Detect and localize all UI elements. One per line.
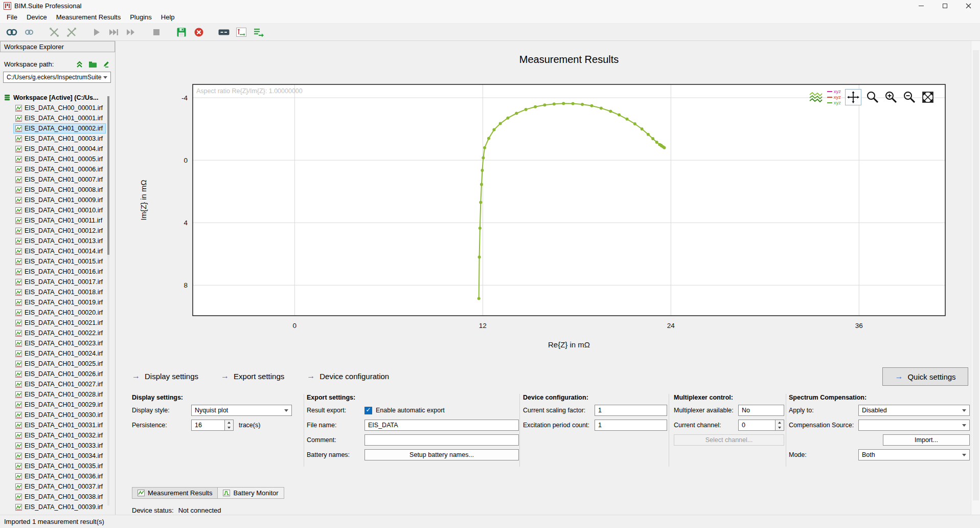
tree-item-result-file[interactable]: EIS_DATA_CH01_00010.irf xyxy=(13,205,106,215)
tree-item-result-file[interactable]: EIS_DATA_CH01_00030.irf xyxy=(13,410,106,420)
tree-item-result-file[interactable]: EIS_DATA_CH01_00017.irf xyxy=(13,277,106,287)
tree-item-result-file[interactable]: EIS_DATA_CH01_00007.irf xyxy=(13,174,106,185)
axis-format-button[interactable] xyxy=(234,25,248,39)
tree-item-result-file[interactable]: EIS_DATA_CH01_00026.irf xyxy=(13,369,106,379)
setup-battery-names-button[interactable]: Setup battery names... xyxy=(364,449,519,460)
sidebar-scrollbar-thumb[interactable] xyxy=(107,96,109,255)
settings-link[interactable]: → Export settings xyxy=(221,371,284,381)
tree-item-result-file[interactable]: EIS_DATA_CH01_00027.irf xyxy=(13,379,106,389)
tree-item-result-file[interactable]: EIS_DATA_CH01_00025.irf xyxy=(13,359,106,369)
main-scrollbar[interactable] xyxy=(971,41,980,515)
tree-item-result-file[interactable]: EIS_DATA_CH01_00035.irf xyxy=(13,461,106,471)
menu-item[interactable]: Device xyxy=(22,12,52,23)
tree-item-result-file[interactable]: EIS_DATA_CH01_00036.irf xyxy=(13,471,106,481)
abort-button[interactable] xyxy=(191,25,206,39)
zoom-window-button[interactable] xyxy=(865,90,880,104)
tree-item-result-file[interactable]: EIS_DATA_CH01_00033.irf xyxy=(13,441,106,451)
select-channel-button[interactable]: Select channel... xyxy=(674,434,784,446)
persistence-stepper[interactable]: 16 xyxy=(191,420,234,431)
tree-item-result-file[interactable]: EIS_DATA_CH01_00015.irf xyxy=(13,256,106,267)
tree-item-result-file[interactable]: EIS_DATA_CH01_00016.irf xyxy=(13,267,106,277)
menu-item[interactable]: Help xyxy=(156,12,179,23)
tree-item-result-file[interactable]: EIS_DATA_CH01_00023.irf xyxy=(13,338,106,348)
zoom-in-button[interactable] xyxy=(884,90,898,104)
workspace-root-node[interactable]: Workspace [Active] (C:/Us... xyxy=(4,92,115,103)
tree-item-result-file[interactable]: EIS_DATA_CH01_00031.irf xyxy=(13,420,106,430)
workspace-path-select[interactable]: C:/Users/g.eckers/InspectrumSuite xyxy=(3,72,111,83)
mode-select[interactable]: Both xyxy=(858,449,970,460)
spin-down-icon[interactable] xyxy=(776,425,784,430)
tree-item-result-file[interactable]: EIS_DATA_CH01_00039.irf xyxy=(13,502,106,512)
workspace-up-icon[interactable] xyxy=(76,60,83,68)
zoom-out-button[interactable] xyxy=(902,90,917,104)
comment-input[interactable] xyxy=(364,434,519,446)
measurement-disconnect-button[interactable] xyxy=(64,25,79,39)
tree-item-result-file[interactable]: EIS_DATA_CH01_00013.irf xyxy=(13,236,106,246)
tree-item-result-file[interactable]: EIS_DATA_CH01_00037.irf xyxy=(13,481,106,492)
traces-icon[interactable] xyxy=(809,91,823,103)
workspace-explorer-header[interactable]: Workspace Explorer xyxy=(0,41,115,52)
settings-link[interactable]: → Display settings xyxy=(132,371,198,381)
tree-item-result-file[interactable]: EIS_DATA_CH01_00020.irf xyxy=(13,307,106,318)
tree-item-result-file[interactable]: EIS_DATA_CH01_00002.irf xyxy=(13,123,106,134)
automatic-export-checkbox[interactable] xyxy=(364,407,372,414)
device-disconnect-button[interactable] xyxy=(47,25,61,39)
skip-to-end-button[interactable] xyxy=(106,25,121,39)
display-panel-button[interactable] xyxy=(216,25,231,39)
tree-item-result-file[interactable]: EIS_DATA_CH01_00012.irf xyxy=(13,226,106,236)
tree-item-result-file[interactable]: EIS_DATA_CH01_00029.irf xyxy=(13,400,106,410)
tree-item-result-file[interactable]: EIS_DATA_CH01_00028.irf xyxy=(13,389,106,400)
tree-item-result-file[interactable]: EIS_DATA_CH01_00024.irf xyxy=(13,348,106,359)
tree-item-result-file[interactable]: EIS_DATA_CH01_00022.irf xyxy=(13,328,106,338)
tree-item-result-file[interactable]: EIS_DATA_CH01_00004.irf xyxy=(13,144,106,154)
menu-item[interactable]: File xyxy=(2,12,22,23)
tree-item-result-file[interactable]: EIS_DATA_CH01_00014.irf xyxy=(13,246,106,256)
nyquist-plot[interactable]: 0122436-4048Aspect ratio Re{Z}/Im{Z}: 1.… xyxy=(126,79,980,358)
apply-to-select[interactable]: Disabled xyxy=(858,405,970,416)
tab-measurement-results[interactable]: Measurement Results xyxy=(132,487,218,499)
file-name-input[interactable]: EIS_DATA xyxy=(364,420,519,431)
tree-item-result-file[interactable]: EIS_DATA_CH01_00019.irf xyxy=(13,297,106,307)
settings-link[interactable]: → Device configuration xyxy=(307,371,389,381)
tree-item-result-file[interactable]: EIS_DATA_CH01_00001.irf xyxy=(13,113,106,123)
sidebar-scrollbar[interactable] xyxy=(107,96,109,505)
minimize-button[interactable] xyxy=(909,0,933,11)
main-scrollbar-thumb[interactable] xyxy=(973,50,979,500)
workspace-edit-icon[interactable] xyxy=(102,60,110,68)
import-button[interactable]: Import... xyxy=(883,434,970,446)
tree-item-result-file[interactable]: EIS_DATA_CH01_00032.irf xyxy=(13,430,106,441)
spin-up-icon[interactable] xyxy=(225,420,233,425)
maximize-button[interactable] xyxy=(933,0,956,11)
device-connect-button[interactable] xyxy=(4,25,19,39)
tree-item-result-file[interactable]: EIS_DATA_CH01_00006.irf xyxy=(13,164,106,174)
tree-item-result-file[interactable]: EIS_DATA_CH01_00011.irf xyxy=(13,215,106,226)
zoom-fit-button[interactable] xyxy=(921,90,935,104)
tree-item-result-file[interactable]: EIS_DATA_CH01_00005.irf xyxy=(13,154,106,164)
workspace-open-folder-icon[interactable] xyxy=(88,61,97,68)
spin-down-icon[interactable] xyxy=(225,425,233,430)
tree-item-result-file[interactable]: EIS_DATA_CH01_00038.irf xyxy=(13,492,106,502)
export-data-button[interactable] xyxy=(251,25,266,39)
tree-item-result-file[interactable]: EIS_DATA_CH00_00001.irf xyxy=(13,103,106,113)
excitation-period-count-input[interactable]: 1 xyxy=(595,420,667,431)
tree-item-result-file[interactable]: EIS_DATA_CH01_00018.irf xyxy=(13,287,106,297)
tree-item-result-file[interactable]: EIS_DATA_CH01_00009.irf xyxy=(13,195,106,205)
device-connect-alt-button[interactable] xyxy=(21,25,36,39)
quick-settings-button[interactable]: → Quick settings xyxy=(882,367,968,386)
fast-forward-button[interactable] xyxy=(124,25,139,39)
current-scaling-factor-input[interactable]: 1 xyxy=(595,405,667,416)
current-channel-stepper[interactable]: 0 xyxy=(738,420,784,431)
pan-button[interactable] xyxy=(845,89,861,105)
save-results-button[interactable] xyxy=(174,25,189,39)
close-button[interactable] xyxy=(956,0,980,11)
multiplexer-available-field[interactable]: No xyxy=(738,405,784,416)
tree-item-result-file[interactable]: EIS_DATA_CH01_00021.irf xyxy=(13,318,106,328)
compensation-source-select[interactable] xyxy=(858,420,970,431)
tab-battery-monitor[interactable]: Battery Monitor xyxy=(217,487,284,499)
stop-measurement-button[interactable] xyxy=(149,25,164,39)
display-style-select[interactable]: Nyquist plot xyxy=(191,405,292,416)
start-measurement-button[interactable] xyxy=(89,25,104,39)
menu-item[interactable]: Measurement Results xyxy=(52,12,125,23)
spin-up-icon[interactable] xyxy=(776,420,784,425)
menu-item[interactable]: Plugins xyxy=(125,12,156,23)
